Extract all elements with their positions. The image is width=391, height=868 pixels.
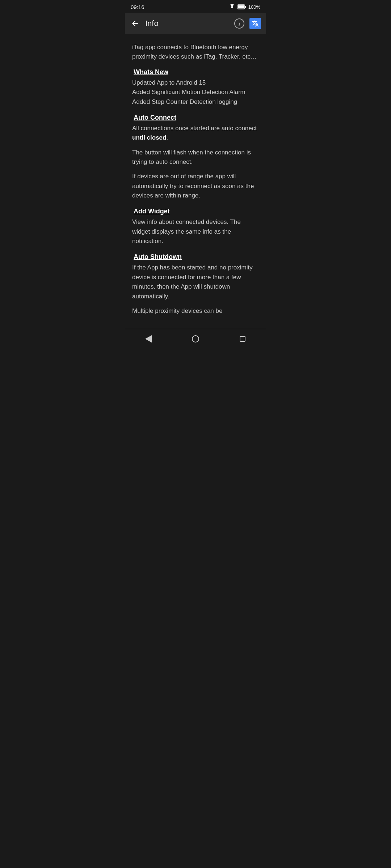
add-widget-section: Add Widget View info about connected dev… <box>132 208 259 246</box>
info-button[interactable]: i <box>233 17 246 30</box>
status-bar: 09:16 100% <box>125 0 266 13</box>
battery-icon <box>237 4 246 9</box>
auto-connect-title: Auto Connect <box>132 114 259 122</box>
whats-new-section: Whats New Updated App to Android 15Added… <box>132 68 259 107</box>
auto-connect-section: Auto Connect All connections once starte… <box>132 114 259 200</box>
nav-back-icon <box>145 335 152 342</box>
intro-text: iTag app connects to Bluetooth low energ… <box>132 43 259 61</box>
nav-home-icon <box>192 335 199 342</box>
nav-recent-button[interactable] <box>234 332 251 346</box>
info-icon: i <box>234 18 244 29</box>
auto-connect-body: All connections once started are auto co… <box>132 124 259 200</box>
nav-back-button[interactable] <box>140 332 157 346</box>
app-bar-actions: i <box>233 17 262 30</box>
svg-rect-1 <box>245 6 246 8</box>
battery-percent: 100% <box>248 4 260 10</box>
translate-button[interactable] <box>249 17 262 30</box>
app-bar: Info i <box>125 13 266 34</box>
nav-bar <box>125 329 266 348</box>
wifi-icon <box>229 4 235 9</box>
translate-icon <box>249 18 261 29</box>
nav-home-button[interactable] <box>187 332 204 346</box>
add-widget-title: Add Widget <box>132 208 259 215</box>
page-title: Info <box>145 19 228 28</box>
whats-new-body: Updated App to Android 15Added Significa… <box>132 78 259 107</box>
status-time: 09:16 <box>131 4 144 10</box>
svg-rect-2 <box>238 5 244 9</box>
auto-shutdown-section: Auto Shutdown If the App has been starte… <box>132 253 259 316</box>
auto-shutdown-title: Auto Shutdown <box>132 253 259 261</box>
status-icons: 100% <box>229 4 260 10</box>
back-button[interactable] <box>129 18 141 29</box>
content-area: iTag app connects to Bluetooth low energ… <box>125 34 266 329</box>
whats-new-title: Whats New <box>132 68 259 76</box>
add-widget-body: View info about connected devices. The w… <box>132 217 259 246</box>
auto-shutdown-body: If the App has been started and no proxi… <box>132 263 259 316</box>
nav-recent-icon <box>240 336 245 342</box>
